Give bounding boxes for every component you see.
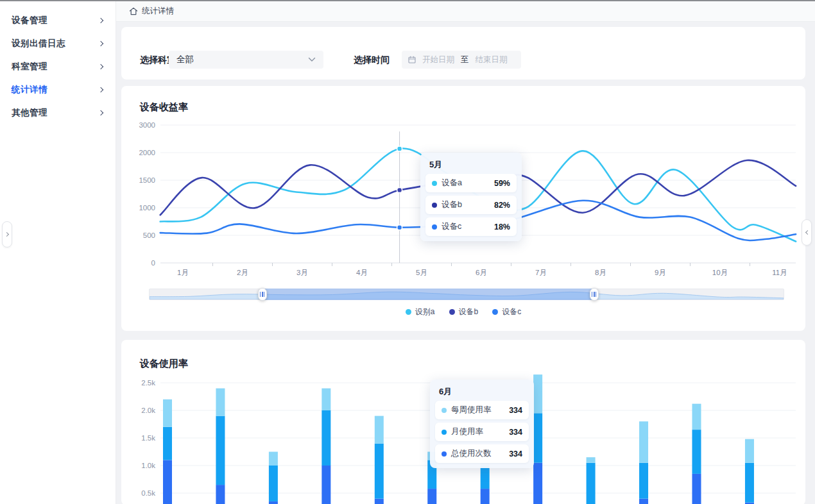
svg-text:2.0k: 2.0k: [141, 407, 155, 414]
chevron-down-icon: [308, 57, 316, 62]
legend-item-c[interactable]: 设备c: [492, 307, 521, 317]
sidebar-item-label: 统计详情: [12, 84, 47, 96]
svg-text:2.5k: 2.5k: [141, 379, 155, 387]
main-content: 统计详情 选择科室: 全部 选择时间 开始日期 至 结束日期 设备收益率 050…: [116, 1, 815, 504]
start-date-input[interactable]: 开始日期: [422, 55, 454, 65]
end-date-input[interactable]: 结束日期: [476, 55, 508, 65]
chevron-right-icon: [98, 64, 103, 69]
svg-text:11月: 11月: [772, 269, 787, 276]
date-separator: 至: [461, 55, 469, 65]
legend-label: 设备b: [459, 307, 479, 317]
chevron-right-icon: [98, 18, 103, 23]
sidebar-item-label: 设别出借日志: [12, 38, 65, 49]
sidebar-item-department[interactable]: 科室管理: [0, 55, 116, 78]
legend-label: 设备c: [502, 307, 521, 317]
svg-text:2月: 2月: [237, 269, 248, 276]
window-top-edge: [0, 0, 815, 1]
grip-icon: [260, 292, 264, 297]
home-icon: [129, 7, 138, 15]
breadcrumb-label: 统计详情: [142, 6, 174, 17]
chevron-right-icon: [98, 110, 103, 115]
series-dot-icon: [449, 309, 455, 315]
series-dot-icon: [492, 309, 498, 315]
chevron-left-icon: [805, 230, 809, 235]
svg-text:1月: 1月: [177, 269, 189, 276]
legend-item-b[interactable]: 设备b: [449, 307, 479, 317]
sidebar-item-lend-log[interactable]: 设别出借日志: [0, 32, 116, 55]
datazoom-slider[interactable]: [149, 289, 784, 300]
svg-text:1500: 1500: [139, 176, 155, 184]
time-filter-label: 选择时间: [354, 55, 390, 65]
profit-chart-legend: 设别a 设备b 设备c: [121, 307, 805, 317]
profit-rate-card: 设备收益率 050010001500200030001月2月3月4月5月6月7月…: [121, 86, 805, 331]
svg-text:1.5k: 1.5k: [141, 434, 155, 442]
chevron-right-icon: [98, 41, 103, 46]
sidebar-item-other[interactable]: 其他管理: [0, 101, 116, 124]
chevron-right-icon: [98, 87, 103, 92]
sidebar-item-label: 设备管理: [12, 15, 47, 26]
svg-text:3月: 3月: [296, 269, 308, 276]
svg-text:7月: 7月: [535, 269, 547, 276]
sidebar-item-statistics[interactable]: 统计详情: [0, 78, 116, 101]
svg-text:1000: 1000: [139, 204, 155, 212]
sidebar-expand-button[interactable]: [2, 221, 12, 248]
datazoom-right-handle[interactable]: [590, 288, 599, 301]
dept-select-value: 全部: [176, 54, 308, 65]
svg-text:4月: 4月: [356, 269, 368, 276]
breadcrumb: 统计详情: [116, 1, 815, 22]
chevron-right-icon: [4, 232, 8, 237]
svg-text:6月: 6月: [476, 269, 487, 276]
sidebar-item-device-management[interactable]: 设备管理: [0, 9, 116, 32]
datazoom-left-handle[interactable]: [258, 288, 267, 301]
svg-text:9月: 9月: [655, 269, 666, 276]
datazoom-selected-range[interactable]: [262, 289, 594, 300]
usage-bar-chart: 0.5k1.0k1.5k2.0k2.5k1月2月3月4月5月6月7月8月9月10…: [121, 340, 805, 504]
calendar-icon: [408, 56, 416, 63]
svg-text:0.5k: 0.5k: [141, 489, 155, 497]
svg-text:0: 0: [151, 259, 155, 267]
grip-icon: [592, 292, 596, 297]
svg-text:5月: 5月: [416, 269, 427, 276]
sidebar-item-label: 其他管理: [12, 107, 47, 119]
sidebar: 设备管理 设别出借日志 科室管理 统计详情 其他管理: [0, 1, 116, 504]
svg-text:2000: 2000: [139, 149, 155, 156]
svg-text:10月: 10月: [712, 269, 728, 276]
usage-rate-card: 设备使用率 0.5k1.0k1.5k2.0k2.5k1月2月3月4月5月6月7月…: [121, 340, 805, 504]
date-range-picker[interactable]: 开始日期 至 结束日期: [402, 51, 521, 69]
svg-text:3000: 3000: [139, 121, 155, 129]
dept-select[interactable]: 全部: [169, 51, 323, 69]
svg-text:500: 500: [143, 231, 155, 239]
panel-collapse-button[interactable]: [802, 219, 812, 246]
svg-text:8月: 8月: [595, 269, 606, 276]
series-dot-icon: [406, 309, 411, 315]
filter-card: 选择科室: 全部 选择时间 开始日期 至 结束日期: [121, 27, 805, 80]
legend-label: 设别a: [415, 307, 435, 317]
svg-text:1.0k: 1.0k: [141, 462, 155, 469]
sidebar-item-label: 科室管理: [12, 61, 47, 72]
legend-item-a[interactable]: 设别a: [406, 307, 435, 317]
